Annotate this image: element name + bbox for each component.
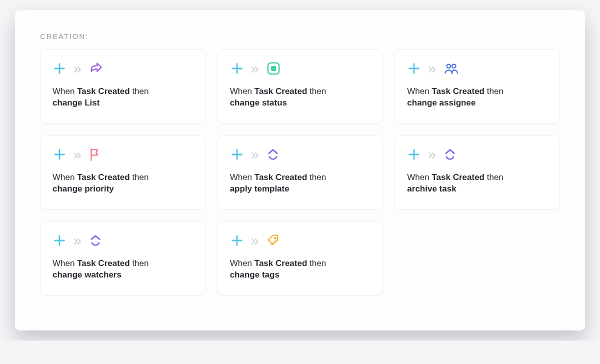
plus-icon [230,234,244,250]
icon-row [407,62,548,77]
trigger-text: Task Created [77,172,130,182]
chevron-double-right-icon [427,64,437,74]
plus-icon [230,62,244,78]
icon-row [230,234,370,249]
clickup-icon [266,147,280,164]
automation-card-change-assignee[interactable]: When Task Created then change assignee [394,50,560,124]
then-text: then [130,172,149,182]
automation-description: When Task Created then change status [230,86,370,109]
automation-description: When Task Created then change watchers [52,258,193,281]
when-text: When [52,86,77,96]
icon-row [52,62,193,77]
then-text: then [130,258,149,268]
action-text: change assignee [407,98,476,108]
automation-description: When Task Created then change List [52,86,193,109]
trigger-text: Task Created [254,172,308,182]
trigger-text: Task Created [432,86,484,96]
chevron-double-right-icon [72,150,82,160]
then-text: then [307,258,326,268]
then-text: then [484,172,504,182]
automation-description: When Task Created then archive task [407,172,548,195]
chevron-double-right-icon [72,64,82,74]
icon-row [52,234,193,249]
when-text: When [407,172,432,182]
chevron-double-right-icon [72,236,82,246]
action-text: change priority [52,184,114,194]
people-icon [443,62,459,78]
automation-card-change-status[interactable]: When Task Created then change status [218,50,383,124]
when-text: When [52,172,77,182]
svg-point-9 [452,64,456,68]
then-text: then [307,86,326,96]
svg-rect-5 [271,66,276,71]
tag-icon [266,234,281,250]
svg-point-8 [447,64,450,68]
trigger-text: Task Created [254,86,308,96]
plus-icon [52,148,66,164]
clickup-icon [443,147,457,164]
svg-point-21 [274,238,276,239]
plus-icon [407,62,421,78]
share-icon [88,62,104,78]
chevron-double-right-icon [250,236,260,246]
icon-row [230,62,370,77]
trigger-text: Task Created [432,172,484,182]
then-text: then [130,86,149,96]
clickup-icon [88,233,102,250]
plus-icon [52,234,66,250]
then-text: then [484,86,504,96]
when-text: When [52,258,77,268]
automation-description: When Task Created then change tags [230,258,370,281]
section-title: CREATION: [40,32,560,40]
plus-icon [407,148,421,164]
creation-panel: CREATION: When Task Created then change … [15,10,585,330]
trigger-text: Task Created [77,258,130,268]
chevron-double-right-icon [250,150,260,160]
automation-card-apply-template[interactable]: When Task Created then apply template [218,136,383,210]
action-text: change List [52,98,100,108]
action-text: change tags [230,270,280,280]
chevron-double-right-icon [427,150,437,160]
then-text: then [307,172,326,182]
action-text: archive task [407,184,456,194]
icon-row [407,148,548,163]
icon-row [230,148,370,163]
plus-icon [52,62,66,78]
automation-card-change-priority[interactable]: When Task Created then change priority [40,136,206,210]
when-text: When [230,86,254,96]
automation-description: When Task Created then apply template [230,172,370,195]
status-icon [266,61,281,78]
plus-icon [230,148,244,164]
automation-grid: When Task Created then change List When … [40,50,560,296]
automation-description: When Task Created then change assignee [407,86,548,109]
chevron-double-right-icon [250,64,260,74]
automation-description: When Task Created then change priority [52,172,193,195]
when-text: When [230,172,254,182]
automation-card-change-watchers[interactable]: When Task Created then change watchers [40,222,206,296]
action-text: apply template [230,184,290,194]
automation-card-change-tags[interactable]: When Task Created then change tags [218,222,383,296]
trigger-text: Task Created [254,258,308,268]
when-text: When [407,86,432,96]
flag-icon [88,147,102,164]
action-text: change status [230,98,287,108]
action-text: change watchers [52,270,122,280]
trigger-text: Task Created [77,86,130,96]
automation-card-archive-task[interactable]: When Task Created then archive task [394,136,560,210]
icon-row [52,148,193,163]
automation-card-change-list[interactable]: When Task Created then change List [40,50,206,124]
when-text: When [230,258,254,268]
